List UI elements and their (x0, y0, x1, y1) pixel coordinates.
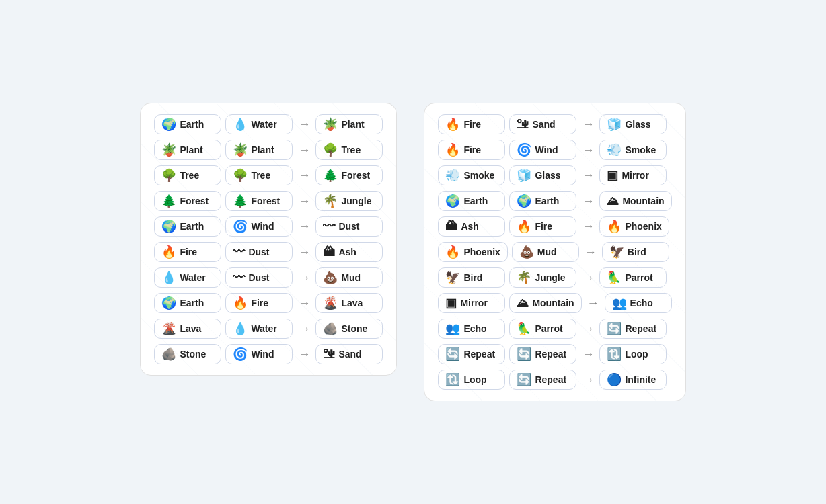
element-card-input1[interactable]: 🪴Plant (154, 140, 221, 160)
element-emoji: 🦜 (607, 271, 622, 284)
element-card-input2[interactable]: 💧Water (225, 114, 293, 134)
recipe-row: 🏔Ash🔥Fire→🔥Phoenix (438, 216, 671, 237)
element-emoji: 🏔 (323, 246, 335, 258)
element-label: Dust (248, 272, 269, 283)
element-label: Glass (625, 119, 650, 130)
element-emoji: 🌴 (517, 271, 531, 284)
element-card-output[interactable]: 🔵Infinite (599, 370, 667, 390)
element-card-input1[interactable]: 🔃Loop (438, 370, 505, 390)
element-card-input1[interactable]: 👥Echo (438, 319, 505, 339)
element-card-input2[interactable]: 〰Dust (225, 267, 293, 288)
element-card-input2[interactable]: 🏜Sand (509, 114, 576, 134)
element-card-output[interactable]: 🏔Ash (315, 242, 383, 262)
recipe-arrow: → (580, 169, 595, 183)
element-card-input2[interactable]: 🦜Parrot (509, 319, 576, 339)
element-card-output[interactable]: 🪴Plant (315, 114, 383, 134)
element-emoji: 〰 (233, 271, 245, 284)
element-emoji: 💧 (233, 118, 248, 130)
element-label: Tree (251, 170, 270, 181)
element-emoji: 🪴 (161, 144, 176, 156)
element-emoji: 〰 (233, 246, 245, 258)
recipe-row: 🔄Repeat🔄Repeat→🔃Loop (438, 344, 671, 364)
element-card-input2[interactable]: 🌀Wind (225, 216, 293, 237)
element-card-input2[interactable]: 🌲Forest (225, 191, 293, 211)
element-card-input1[interactable]: 🌍Earth (154, 216, 221, 237)
recipe-arrow: → (580, 118, 595, 132)
element-emoji: 🔄 (517, 374, 531, 386)
element-card-input1[interactable]: 🌲Forest (154, 191, 221, 211)
element-card-input1[interactable]: 🏔Ash (438, 216, 505, 237)
element-card-input1[interactable]: 🔥Phoenix (438, 242, 507, 262)
element-card-output[interactable]: 🔄Repeat (599, 319, 667, 339)
element-card-output[interactable]: 🌲Forest (315, 165, 383, 185)
element-card-input2[interactable]: 🌀Wind (225, 344, 293, 364)
element-card-output[interactable]: 💩Mud (315, 267, 383, 288)
element-card-output[interactable]: 🌳Tree (315, 140, 383, 160)
element-card-input2[interactable]: 🌴Jungle (509, 267, 576, 288)
element-card-input2[interactable]: 🪴Plant (225, 140, 293, 160)
element-card-input2[interactable]: 🌀Wind (509, 140, 576, 160)
element-card-input1[interactable]: ▣Mirror (438, 293, 505, 313)
element-emoji: 🔥 (445, 144, 460, 156)
element-card-input1[interactable]: 🌳Tree (154, 165, 221, 185)
element-card-input2[interactable]: 🔥Fire (509, 216, 576, 237)
element-card-output[interactable]: 🔥Phoenix (599, 216, 669, 237)
element-emoji: 🪴 (233, 144, 248, 156)
element-card-output[interactable]: 🦜Parrot (599, 267, 667, 288)
element-card-output[interactable]: 💨Smoke (599, 140, 667, 160)
element-card-input1[interactable]: 🌍Earth (154, 293, 221, 313)
element-emoji: 🔥 (233, 297, 248, 309)
element-card-input1[interactable]: 🌍Earth (154, 114, 221, 134)
element-card-output[interactable]: 🌋Lava (315, 293, 383, 313)
element-card-output[interactable]: ▣Mirror (599, 165, 667, 185)
recipe-row: 🔥Fire🏜Sand→🧊Glass (438, 114, 671, 134)
element-card-output[interactable]: 🧊Glass (599, 114, 667, 134)
element-card-input1[interactable]: 🪨Stone (154, 344, 221, 364)
panel-right: 🔥Fire🏜Sand→🧊Glass🔥Fire🌀Wind→💨Smoke💨Smoke… (424, 103, 685, 401)
element-card-output[interactable]: 🔃Loop (599, 344, 667, 364)
element-card-input1[interactable]: 🔥Fire (438, 114, 505, 134)
element-emoji: 💨 (445, 169, 460, 181)
element-emoji: 🌳 (323, 144, 338, 156)
element-label: Fire (251, 298, 268, 308)
element-card-input2[interactable]: 🔥Fire (225, 293, 293, 313)
element-label: Fire (180, 247, 197, 257)
element-card-input1[interactable]: 🌍Earth (438, 191, 505, 211)
element-card-output[interactable]: 🪨Stone (315, 319, 383, 339)
element-card-input2[interactable]: 🌳Tree (225, 165, 293, 185)
element-card-input1[interactable]: 🔄Repeat (438, 344, 505, 364)
element-emoji: 🪨 (323, 323, 338, 335)
element-card-output[interactable]: 🦅Bird (602, 242, 669, 262)
element-card-input2[interactable]: 🧊Glass (509, 165, 576, 185)
element-card-input2[interactable]: ⛰Mountain (509, 293, 581, 313)
recipe-row: 💧Water〰Dust→💩Mud (154, 267, 383, 288)
element-card-input1[interactable]: 🔥Fire (438, 140, 505, 160)
element-card-input2[interactable]: 〰Dust (225, 242, 293, 262)
element-card-input2[interactable]: 🔄Repeat (509, 370, 576, 390)
element-card-output[interactable]: 🌴Jungle (315, 191, 383, 211)
element-card-input1[interactable]: 💨Smoke (438, 165, 505, 185)
element-card-output[interactable]: ⛰Mountain (599, 191, 671, 211)
element-label: Echo (463, 323, 486, 334)
recipe-arrow: → (580, 194, 595, 208)
element-label: Tree (180, 170, 199, 181)
element-label: Wind (251, 221, 274, 232)
element-card-input1[interactable]: 🌋Lava (154, 319, 221, 339)
element-card-output[interactable]: 🏜Sand (315, 344, 383, 364)
element-emoji: 🦜 (517, 323, 531, 335)
element-emoji: 🧊 (607, 118, 622, 130)
element-card-input1[interactable]: 💧Water (154, 267, 221, 288)
element-label: Echo (630, 298, 653, 308)
element-emoji: 🔥 (445, 118, 460, 130)
element-emoji: 🦅 (609, 246, 624, 258)
element-card-input1[interactable]: 🔥Fire (154, 242, 221, 262)
element-card-input1[interactable]: 🦅Bird (438, 267, 505, 288)
element-card-input2[interactable]: 🌍Earth (509, 191, 576, 211)
element-card-output[interactable]: 〰Dust (315, 216, 383, 237)
element-card-input2[interactable]: 💩Mud (512, 242, 579, 262)
element-emoji: 🔃 (445, 374, 460, 386)
element-card-input2[interactable]: 💧Water (225, 319, 293, 339)
element-card-input2[interactable]: 🔄Repeat (509, 344, 576, 364)
element-card-output[interactable]: 👥Echo (605, 293, 672, 313)
element-label: Repeat (535, 374, 566, 385)
